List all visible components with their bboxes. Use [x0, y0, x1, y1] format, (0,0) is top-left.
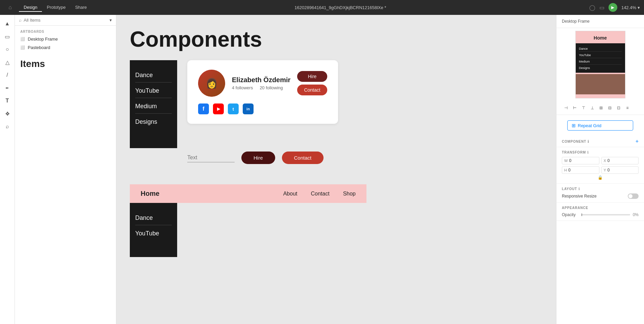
contact-button[interactable]: Contact [297, 85, 327, 95]
nav-link-contact[interactable]: Contact [311, 191, 329, 197]
thumb-nav-youtube: YouTube [579, 52, 622, 58]
contact-standalone-button[interactable]: Contact [282, 152, 324, 164]
tab-design[interactable]: Design [19, 3, 42, 12]
search-input[interactable] [24, 18, 108, 23]
align-right-icon[interactable]: ⊤ [579, 104, 588, 112]
thumbnail-frame[interactable]: Home Dance YouTube Medium Designs [575, 31, 625, 98]
text-tool[interactable]: T [1, 95, 14, 107]
standalone-components-row: Hire Contact [184, 152, 543, 164]
nav-bottom-item-youtube[interactable]: YouTube [135, 225, 172, 240]
repeat-grid-icon: ⊞ [572, 123, 576, 128]
y-field[interactable]: Y 0 [601, 166, 639, 174]
items-title: Items [20, 59, 111, 69]
play-button[interactable]: ▶ [609, 3, 617, 12]
nav-item-youtube[interactable]: YouTube [135, 83, 172, 98]
nav-link-shop[interactable]: Shop [343, 191, 356, 197]
height-field[interactable]: H 0 [562, 166, 599, 174]
line-tool[interactable]: / [1, 69, 14, 81]
desktop-frame-label: Desktop Frame [562, 19, 639, 24]
search-icon: ⌕ [19, 18, 22, 23]
sidebar-item-label-2: Pasteboard [28, 45, 50, 50]
zoom-level[interactable]: 142.4% ▾ [621, 5, 640, 10]
nav-item-medium[interactable]: Medium [135, 98, 172, 114]
nav-bar-home[interactable]: Home [141, 190, 283, 198]
linkedin-icon[interactable]: in [243, 103, 254, 114]
right-panel: Desktop Frame Home Dance YouTube Medium … [556, 15, 644, 324]
width-value: 0 [569, 158, 571, 163]
home-icon[interactable]: ⌂ [4, 4, 16, 10]
triangle-tool[interactable]: △ [1, 56, 14, 68]
profile-card-component: 👩 Elizabeth Özdemir 4 followers 20 follo… [187, 60, 338, 124]
height-label: H [564, 168, 567, 172]
facebook-icon[interactable]: f [198, 103, 209, 114]
layout-info-icon[interactable]: ℹ [578, 187, 580, 191]
align-bottom-icon[interactable]: ⊟ [606, 104, 614, 112]
align-center-h-icon[interactable]: ⊢ [571, 104, 579, 112]
width-field[interactable]: W 0 [562, 157, 599, 164]
appearance-label: APPEARANCE [562, 206, 639, 210]
nav-menu-bottom-component[interactable]: Dance YouTube [130, 203, 177, 257]
youtube-icon[interactable]: ▶ [213, 103, 224, 114]
lock-icon: 🔒 [598, 175, 603, 180]
width-label: W [564, 159, 568, 163]
distribute-h-icon[interactable]: ⊡ [615, 104, 623, 112]
transform-section: TRANSFORM ℹ W 0 X 0 H 0 Y 0 [556, 147, 644, 184]
distribute-v-icon[interactable]: ≡ [623, 104, 631, 112]
text-input[interactable] [187, 153, 235, 162]
x-field[interactable]: X 0 [601, 157, 639, 164]
nav-item-designs[interactable]: Designs [135, 114, 172, 129]
thumb-nav-designs: Designs [579, 65, 622, 71]
ellipse-tool[interactable]: ○ [1, 43, 14, 55]
y-label: Y [604, 168, 606, 172]
align-left-icon[interactable]: ⊣ [562, 104, 570, 112]
user-icon[interactable]: ◯ [589, 4, 595, 11]
layout-section: LAYOUT ℹ Responsive Resize [556, 184, 644, 203]
tab-prototype[interactable]: Prototype [42, 3, 70, 12]
lock-row: 🔒 [562, 175, 639, 180]
thumb-nav-medium: Medium [579, 58, 622, 65]
transform-info-icon[interactable]: ℹ [587, 151, 589, 154]
align-top-icon[interactable]: ⊥ [588, 104, 596, 112]
tab-share[interactable]: Share [70, 3, 92, 12]
nav-item-dance[interactable]: Dance [135, 67, 172, 83]
topbar-right: ◯ ▭ ▶ 142.4% ▾ [589, 3, 640, 12]
align-icons-row: ⊣ ⊢ ⊤ ⊥ ⊞ ⊟ ⊡ ≡ [556, 101, 644, 115]
sidebar-item-pasteboard[interactable]: ⬜ Pasteboard [15, 43, 116, 52]
nav-link-about[interactable]: About [283, 191, 297, 197]
nav-menu-component[interactable]: Dance YouTube Medium Designs [130, 60, 177, 148]
component-tool[interactable]: ❖ [1, 108, 14, 120]
sidebar-item-desktop-frame[interactable]: ⬜ Desktop Frame [15, 35, 116, 43]
chevron-down-icon[interactable]: ▾ [110, 18, 112, 23]
component-add-button[interactable]: + [636, 139, 639, 144]
topbar: ⌂ Design Prototype Share 1620289641641_9… [0, 0, 644, 15]
zoom-tool[interactable]: ⌕ [1, 120, 14, 133]
nav-bar-links: About Contact Shop [283, 191, 356, 197]
align-middle-icon[interactable]: ⊞ [597, 104, 605, 112]
profile-card-top: 👩 Elizabeth Özdemir 4 followers 20 follo… [198, 70, 327, 97]
opacity-slider[interactable] [581, 214, 630, 215]
twitter-icon[interactable]: t [228, 103, 239, 114]
pen-tool[interactable]: ✒ [1, 82, 14, 94]
repeat-grid-button[interactable]: ⊞ Repeat Grid [567, 120, 633, 131]
thumbnail-area: Home Dance YouTube Medium Designs [556, 28, 644, 101]
items-section: Items [15, 59, 116, 69]
select-tool[interactable]: ▲ [1, 18, 14, 30]
hire-standalone-button[interactable]: Hire [241, 152, 275, 164]
followers-count: 4 followers [232, 85, 253, 90]
hire-button[interactable]: Hire [297, 71, 327, 82]
thumb-photo [576, 74, 625, 94]
nav-bottom-item-dance[interactable]: Dance [135, 210, 172, 225]
responsive-resize-label: Responsive Resize [562, 194, 597, 199]
component-info-icon[interactable]: ℹ [588, 139, 589, 144]
thumb-home-text: Home [576, 31, 625, 43]
layout-label: LAYOUT ℹ [562, 187, 639, 191]
nav-bar-component: Home About Contact Shop [130, 184, 366, 203]
bottom-left: Home About Contact Shop Dance YouTube [130, 184, 366, 257]
device-icon[interactable]: ▭ [599, 4, 604, 11]
profile-name: Elizabeth Özdemir [232, 76, 290, 84]
responsive-resize-toggle[interactable] [628, 193, 639, 199]
rectangle-tool[interactable]: ▭ [1, 30, 14, 43]
bottom-components-row: Home About Contact Shop Dance YouTube [130, 184, 543, 257]
canvas-area[interactable]: Components Dance YouTube Medium Designs … [116, 15, 556, 324]
profile-actions: Hire Contact [297, 71, 327, 95]
